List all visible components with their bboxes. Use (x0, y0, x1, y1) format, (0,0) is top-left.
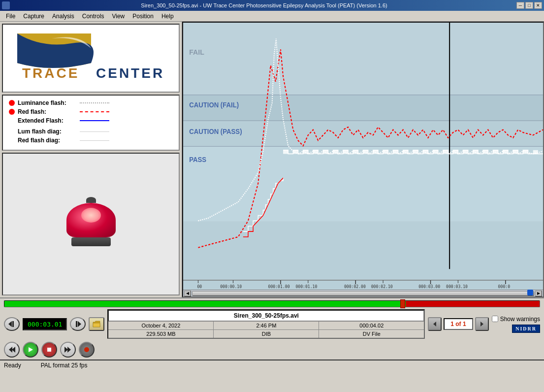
svg-marker-67 (433, 322, 436, 327)
svg-rect-29 (453, 150, 458, 154)
fast-forward-button[interactable] (60, 342, 76, 358)
svg-text:FAIL: FAIL (189, 48, 204, 57)
main-area: TRACE CENTER Luminance flash: Red flash:… (0, 22, 544, 297)
title-text: Siren_300_50-25fps.avi - UW Trace Center… (12, 2, 516, 8)
svg-text:000:02.10: 000:02.10 (371, 285, 393, 289)
scroll-indicator (527, 290, 533, 295)
svg-text:000:00.10: 000:00.10 (220, 285, 242, 289)
menu-capture[interactable]: Capture (19, 12, 48, 21)
timeline-axis: 00 000:00.10 000:01.00 000:01.10 000:02.… (183, 280, 543, 290)
luminance-line (80, 102, 109, 103)
menu-help[interactable]: Help (158, 12, 178, 21)
menu-position[interactable]: Position (128, 12, 158, 21)
legend-red: Red flash: (9, 108, 173, 115)
extended-flash-label: Extended Flash: (18, 117, 77, 124)
svg-marker-68 (480, 322, 483, 327)
svg-rect-27 (433, 150, 438, 154)
logo-box: TRACE CENTER (2, 24, 180, 93)
svg-rect-13 (293, 150, 298, 154)
chart-panel: FAIL CAUTION (FAIL) CAUTION (PASS) PASS (182, 22, 544, 297)
menu-view[interactable]: View (108, 12, 128, 21)
svg-rect-4 (183, 23, 543, 95)
duration-cell: 000:04.02 (319, 322, 424, 329)
prev-page-button[interactable] (428, 317, 442, 331)
skip-to-start-button[interactable] (4, 317, 20, 331)
scroll-thumb[interactable] (192, 291, 534, 296)
stop-button[interactable] (41, 342, 57, 358)
svg-text:00: 00 (197, 285, 202, 289)
svg-rect-72 (47, 348, 51, 352)
svg-rect-26 (423, 150, 428, 154)
lum-diag-line (80, 131, 109, 132)
svg-marker-71 (29, 347, 33, 352)
svg-text:000:01.00: 000:01.00 (268, 285, 290, 289)
progress-thumb[interactable] (400, 299, 405, 308)
controls-row: 000:03.01 Siren_300_50-25fps.avi October… (4, 309, 540, 339)
show-warnings-checkbox[interactable] (492, 316, 498, 322)
lum-diag-label: Lum flash diag: (18, 128, 77, 135)
status-bar: Ready PAL format 25 fps (0, 359, 544, 370)
open-folder-button[interactable] (89, 317, 104, 331)
svg-rect-15 (313, 150, 318, 154)
red-diag-label: Red flash diag: (18, 137, 77, 144)
svg-rect-24 (403, 150, 408, 154)
menu-file[interactable]: File (2, 12, 19, 21)
siren-image (64, 197, 118, 251)
svg-marker-74 (67, 347, 71, 353)
record-button[interactable] (79, 342, 95, 358)
svg-rect-19 (353, 150, 358, 154)
legend-red-diag: Red flash diag: (9, 137, 173, 144)
show-warnings-row: Show warnings (492, 316, 540, 323)
svg-marker-64 (78, 321, 81, 327)
skip-to-end-button[interactable] (70, 317, 86, 331)
menu-controls[interactable]: Controls (78, 12, 108, 21)
next-page-button[interactable] (475, 317, 489, 331)
maximize-button[interactable]: □ (525, 2, 533, 9)
status-ready: Ready (4, 362, 21, 369)
progress-track[interactable] (4, 300, 540, 307)
red-diag-dot (9, 137, 15, 143)
svg-rect-28 (443, 150, 448, 154)
left-panel: TRACE CENTER Luminance flash: Red flash:… (0, 22, 182, 297)
svg-rect-18 (343, 150, 348, 154)
extended-line (80, 120, 109, 121)
close-button[interactable]: ✕ (534, 2, 542, 9)
lum-diag-dot (9, 129, 15, 134)
svg-marker-73 (64, 347, 68, 353)
transport-row-2 (4, 342, 540, 358)
legend-lum-diag: Lum flash diag: (9, 128, 173, 135)
red-dot (9, 109, 15, 115)
menu-analysis[interactable]: Analysis (48, 12, 78, 21)
progress-bar-row (4, 300, 540, 307)
red-flash-label: Red flash: (18, 108, 77, 115)
play-button[interactable] (23, 342, 38, 358)
rewind-button[interactable] (4, 342, 20, 358)
svg-rect-21 (373, 150, 378, 154)
app-icon (2, 1, 10, 9)
svg-marker-69 (9, 347, 12, 353)
time-cell: 2:46 PM (214, 322, 319, 329)
preview-box (2, 153, 180, 295)
legend-box: Luminance flash: Red flash: Extended Fla… (2, 95, 180, 151)
red-diag-line (80, 140, 109, 141)
format-cell: DIB (214, 330, 319, 338)
scroll-left-button[interactable]: ◀ (184, 291, 191, 296)
svg-text:000:02.00: 000:02.00 (344, 285, 366, 289)
svg-text:000:03.10: 000:03.10 (446, 285, 468, 289)
horizontal-scrollbar[interactable]: ◀ ▶ (183, 290, 543, 296)
svg-rect-63 (12, 321, 14, 327)
svg-rect-30 (463, 150, 468, 154)
svg-rect-35 (513, 150, 518, 154)
filetype-cell: DV File (319, 330, 424, 338)
bottom-bar: 000:03.01 Siren_300_50-25fps.avi October… (0, 297, 544, 359)
title-bar: Siren_300_50-25fps.avi - UW Trace Center… (0, 0, 544, 11)
svg-text:CAUTION (PASS): CAUTION (PASS) (189, 128, 242, 136)
minimize-button[interactable]: ─ (516, 2, 524, 9)
scroll-right-button[interactable]: ▶ (535, 291, 542, 296)
svg-rect-34 (503, 150, 508, 154)
chart-area: FAIL CAUTION (FAIL) CAUTION (PASS) PASS (183, 23, 543, 280)
title-controls: ─ □ ✕ (516, 2, 542, 9)
svg-text:000:03.00: 000:03.00 (418, 285, 440, 289)
svg-rect-31 (473, 150, 478, 154)
svg-rect-20 (363, 150, 368, 154)
